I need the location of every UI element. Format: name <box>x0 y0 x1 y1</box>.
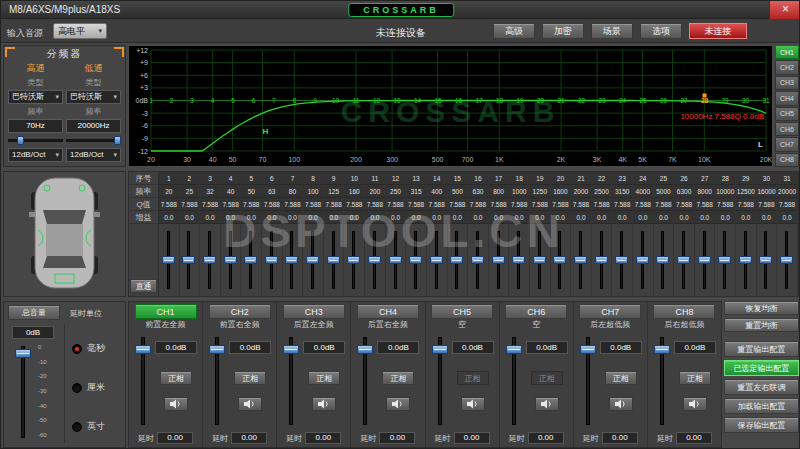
eq-band-gain-slider[interactable] <box>489 224 509 296</box>
eq-band-gain-slider[interactable] <box>221 224 241 296</box>
slider-handle[interactable] <box>203 256 216 264</box>
eq-band-gain-slider[interactable] <box>200 224 220 296</box>
channel-select-ch3[interactable]: CH3 <box>283 304 345 319</box>
eq-band-gain-slider[interactable] <box>180 224 200 296</box>
eq-band-gain-slider[interactable] <box>530 224 550 296</box>
slider-handle[interactable] <box>553 256 566 264</box>
gain-slider-handle[interactable] <box>135 345 151 354</box>
crossover-lowpass-freq-slider[interactable] <box>66 135 121 146</box>
gain-slider-handle[interactable] <box>654 345 670 354</box>
eq-band-gain-slider[interactable] <box>427 224 447 296</box>
slider-handle[interactable] <box>430 256 443 264</box>
slider-handle[interactable] <box>615 256 628 264</box>
connect-button[interactable]: 未连接 <box>689 23 747 39</box>
channel-select-ch4[interactable]: CH4 <box>357 304 419 319</box>
slider-handle[interactable] <box>471 256 484 264</box>
graph-channel-tab-ch1[interactable]: CH1 <box>775 45 799 59</box>
reset-eq-button[interactable]: 重置均衡 <box>724 318 799 332</box>
slider-handle[interactable] <box>533 256 546 264</box>
eq-band-gain-slider[interactable] <box>448 224 468 296</box>
channel-select-ch6[interactable]: CH6 <box>505 304 567 319</box>
graph-channel-tab-ch3[interactable]: CH3 <box>775 76 799 90</box>
eq-band-gain-slider[interactable] <box>283 224 303 296</box>
mute-button[interactable] <box>238 397 262 411</box>
eq-band-gain-slider[interactable] <box>674 224 694 296</box>
slider-handle[interactable] <box>389 256 402 264</box>
slider-handle[interactable] <box>368 256 381 264</box>
crossover-highpass-freq-slider[interactable] <box>8 135 63 146</box>
slider-handle[interactable] <box>224 256 237 264</box>
eq-band-gain-slider[interactable] <box>654 224 674 296</box>
slider-handle[interactable] <box>182 256 195 264</box>
phase-button[interactable]: 正相 <box>160 371 192 385</box>
input-source-select[interactable]: 高电平 ▾ <box>53 23 107 39</box>
eq-band-gain-slider[interactable] <box>612 224 632 296</box>
eq-band-gain-slider[interactable] <box>509 224 529 296</box>
slider-handle[interactable] <box>114 136 121 145</box>
toolbar-button-encrypt[interactable]: 加密 <box>542 23 584 39</box>
crossover-lowpass-slope-select[interactable]: 12dB/Oct▾ <box>66 148 121 162</box>
slider-handle[interactable] <box>285 256 298 264</box>
mute-button[interactable] <box>386 397 410 411</box>
gain-slider-handle[interactable] <box>357 345 373 354</box>
phase-button[interactable]: 正相 <box>679 371 711 385</box>
mute-button[interactable] <box>312 397 336 411</box>
eq-band-gain-slider[interactable] <box>571 224 591 296</box>
delay-unit-option-ms[interactable]: 毫秒 <box>72 342 105 355</box>
slider-handle[interactable] <box>595 256 608 264</box>
selected-output-config-button[interactable]: 已选定输出配置 <box>724 360 799 376</box>
channel-select-ch1[interactable]: CH1 <box>135 304 197 319</box>
eq-band-gain-slider[interactable] <box>406 224 426 296</box>
graph-channel-tab-ch2[interactable]: CH2 <box>775 60 799 74</box>
slider-handle[interactable] <box>574 256 587 264</box>
delay-unit-option-cm[interactable]: 厘米 <box>72 381 105 394</box>
phase-button[interactable]: 正相 <box>457 371 489 385</box>
slider-handle[interactable] <box>162 256 175 264</box>
slider-handle[interactable] <box>739 256 752 264</box>
save-output-config-button[interactable]: 保存输出配置 <box>724 417 799 433</box>
phase-button[interactable]: 正相 <box>308 371 340 385</box>
slider-handle[interactable] <box>306 256 319 264</box>
slider-handle[interactable] <box>718 256 731 264</box>
eq-band-gain-slider[interactable] <box>159 224 179 296</box>
mute-button[interactable] <box>461 397 485 411</box>
mute-button[interactable] <box>609 397 633 411</box>
gain-slider-handle[interactable] <box>580 345 596 354</box>
gain-slider-handle[interactable] <box>283 345 299 354</box>
eq-band-gain-slider[interactable] <box>592 224 612 296</box>
delay-unit-option-inch[interactable]: 英寸 <box>72 420 105 433</box>
channel-select-ch7[interactable]: CH7 <box>579 304 641 319</box>
slider-handle[interactable] <box>636 256 649 264</box>
channel-select-ch8[interactable]: CH8 <box>653 304 715 319</box>
slider-handle[interactable] <box>409 256 422 264</box>
master-volume-button[interactable]: 总音量 <box>8 305 60 320</box>
slider-handle[interactable] <box>327 256 340 264</box>
bypass-button[interactable]: 直通 <box>130 279 157 293</box>
eq-band-gain-slider[interactable] <box>386 224 406 296</box>
toolbar-button-scene[interactable]: 场景 <box>591 23 633 39</box>
eq-band-gain-slider[interactable] <box>262 224 282 296</box>
eq-band-gain-slider[interactable] <box>551 224 571 296</box>
slider-handle[interactable] <box>265 256 278 264</box>
eq-band-gain-slider[interactable] <box>715 224 735 296</box>
gain-slider-handle[interactable] <box>432 345 448 354</box>
graph-channel-tab-ch8[interactable]: CH8 <box>775 153 799 167</box>
graph-channel-tab-ch6[interactable]: CH6 <box>775 122 799 136</box>
toolbar-button-advanced[interactable]: 高级 <box>493 23 535 39</box>
phase-button[interactable]: 正相 <box>382 371 414 385</box>
master-volume-slider[interactable] <box>12 346 34 438</box>
slider-handle[interactable] <box>512 256 525 264</box>
gain-slider-handle[interactable] <box>506 345 522 354</box>
slider-handle[interactable] <box>17 136 24 145</box>
eq-band-gain-slider[interactable] <box>777 224 797 296</box>
eq-band-gain-slider[interactable] <box>241 224 261 296</box>
slider-handle[interactable] <box>347 256 360 264</box>
mute-button[interactable] <box>164 397 188 411</box>
slider-handle[interactable] <box>698 256 711 264</box>
eq-band-gain-slider[interactable] <box>365 224 385 296</box>
mute-button[interactable] <box>683 397 707 411</box>
crossover-lowpass-type-select[interactable]: 巴特沃斯▾ <box>66 90 121 104</box>
slider-handle[interactable] <box>244 256 257 264</box>
eq-band-gain-slider[interactable] <box>344 224 364 296</box>
phase-button[interactable]: 正相 <box>605 371 637 385</box>
